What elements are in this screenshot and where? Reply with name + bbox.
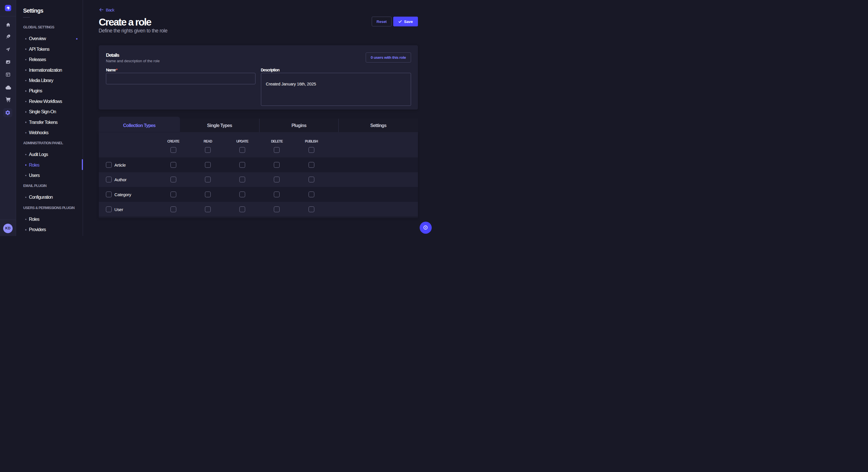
svg-text:?: ? — [425, 226, 427, 229]
